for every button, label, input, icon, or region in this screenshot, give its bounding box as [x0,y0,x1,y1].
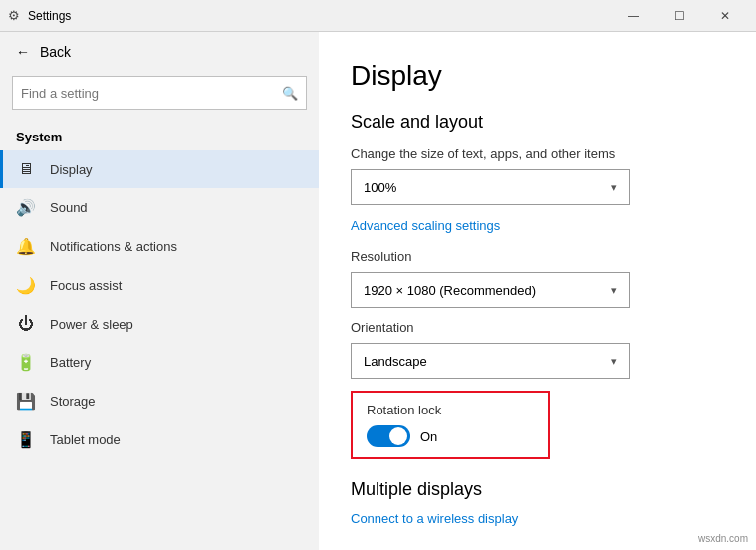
sidebar-item-label: Notifications & actions [50,239,177,254]
sidebar-item-power[interactable]: ⏻ Power & sleep [0,305,319,343]
scale-chevron-icon: ▾ [611,181,617,194]
sidebar-item-notifications[interactable]: 🔔 Notifications & actions [0,227,319,266]
orientation-chevron-icon: ▾ [611,355,617,368]
close-button[interactable]: ✕ [702,0,748,32]
sound-icon: 🔊 [16,198,36,217]
search-box[interactable]: 🔍 [12,76,307,110]
sidebar-item-label: Tablet mode [50,432,121,447]
settings-icon: ⚙ [8,8,20,23]
back-label: Back [40,44,71,60]
rotation-lock-toggle[interactable] [367,425,410,447]
sidebar-item-label: Battery [50,355,91,370]
resolution-dropdown[interactable]: 1920 × 1080 (Recommended) ▾ [351,272,630,308]
notifications-icon: 🔔 [16,237,36,256]
sidebar-item-storage[interactable]: 💾 Storage [0,382,319,420]
sidebar-item-display[interactable]: 🖥 Display [0,150,319,188]
main-layout: ← Back 🔍 System 🖥 Display 🔊 Sound 🔔 Noti… [0,32,756,550]
focus-icon: 🌙 [16,276,36,295]
resolution-value: 1920 × 1080 (Recommended) [364,283,536,298]
scale-value: 100% [364,180,396,195]
display-icon: 🖥 [16,160,36,178]
resolution-field-label: Resolution [351,249,724,264]
titlebar-left: ⚙ Settings [0,8,71,23]
sidebar-item-tablet[interactable]: 📱 Tablet mode [0,420,319,459]
advanced-scaling-link[interactable]: Advanced scaling settings [351,218,500,233]
rotation-lock-label: Rotation lock [367,403,534,417]
sidebar-item-sound[interactable]: 🔊 Sound [0,188,319,227]
back-icon: ← [16,44,30,60]
scale-dropdown[interactable]: 100% ▾ [351,169,630,205]
battery-icon: 🔋 [16,353,36,372]
sidebar-item-label: Storage [50,394,96,409]
orientation-dropdown[interactable]: Landscape ▾ [351,343,630,379]
resolution-chevron-icon: ▾ [611,284,617,297]
scale-section-heading: Scale and layout [351,112,724,133]
power-icon: ⏻ [16,315,36,333]
rotation-lock-state: On [420,429,437,444]
rotation-lock-row: On [367,425,534,447]
page-title: Display [351,60,724,92]
titlebar-controls: — ☐ ✕ [611,0,748,32]
connect-wireless-link[interactable]: Connect to a wireless display [351,511,518,526]
storage-icon: 💾 [16,392,36,411]
rotation-lock-box: Rotation lock On [351,391,550,459]
watermark: wsxdn.com [698,533,748,544]
content-area: Display Scale and layout Change the size… [319,32,756,550]
toggle-knob [389,427,407,445]
titlebar-title: Settings [28,9,71,23]
search-icon: 🔍 [282,86,298,101]
scale-field-label: Change the size of text, apps, and other… [351,146,724,161]
sidebar-item-label: Display [50,162,93,177]
sidebar-item-label: Power & sleep [50,317,133,332]
orientation-field-label: Orientation [351,320,724,335]
sidebar-item-label: Sound [50,200,88,215]
search-input[interactable] [21,86,282,101]
tablet-icon: 📱 [16,430,36,449]
sidebar-section-label: System [0,122,319,150]
multiple-displays-heading: Multiple displays [351,479,724,500]
sidebar-item-focus[interactable]: 🌙 Focus assist [0,266,319,305]
sidebar: ← Back 🔍 System 🖥 Display 🔊 Sound 🔔 Noti… [0,32,319,550]
back-button[interactable]: ← Back [0,32,319,72]
minimize-button[interactable]: — [611,0,656,32]
orientation-value: Landscape [364,354,427,369]
sidebar-item-battery[interactable]: 🔋 Battery [0,343,319,382]
maximize-button[interactable]: ☐ [656,0,702,32]
sidebar-item-label: Focus assist [50,278,122,293]
titlebar: ⚙ Settings — ☐ ✕ [0,0,756,32]
